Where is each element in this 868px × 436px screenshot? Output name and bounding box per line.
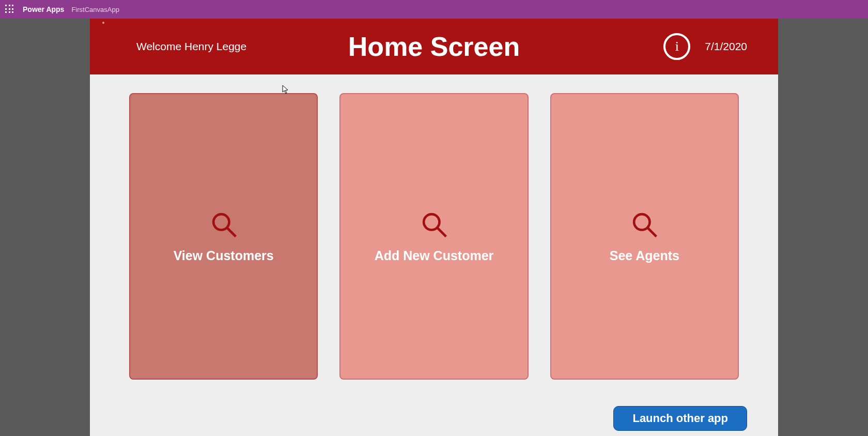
brand-label[interactable]: Power Apps [23, 5, 64, 13]
header-date: 7/1/2020 [705, 40, 747, 53]
svg-line-1 [227, 228, 236, 236]
app-name-label: FirstCanvasApp [71, 6, 119, 13]
launch-other-app-button[interactable]: Launch other app [613, 406, 747, 431]
tile-container: View Customers Add New Customer See Agen… [90, 74, 778, 380]
tile-label: See Agents [610, 248, 679, 263]
svg-point-0 [213, 214, 229, 230]
tile-label: View Customers [174, 248, 274, 263]
canvas-stage: Welcome Henry Legge Home Screen i 7/1/20… [0, 19, 868, 436]
welcome-text: Welcome Henry Legge [136, 40, 246, 53]
tile-view-customers[interactable]: View Customers [129, 93, 318, 380]
svg-line-5 [648, 228, 656, 236]
app-header: Welcome Henry Legge Home Screen i 7/1/20… [90, 19, 778, 74]
search-icon [209, 210, 238, 239]
tile-see-agents[interactable]: See Agents [550, 93, 739, 380]
search-icon [630, 210, 659, 239]
svg-point-2 [424, 214, 439, 230]
top-bar: Power Apps FirstCanvasApp [0, 0, 868, 19]
info-icon[interactable]: i [663, 33, 690, 60]
header-right: i 7/1/2020 [663, 33, 747, 60]
canvas-app: Welcome Henry Legge Home Screen i 7/1/20… [90, 19, 778, 436]
search-icon [420, 210, 448, 239]
svg-point-4 [634, 214, 649, 230]
tile-add-new-customer[interactable]: Add New Customer [339, 93, 528, 380]
app-launcher-icon[interactable] [5, 5, 14, 14]
tile-label: Add New Customer [375, 248, 494, 263]
page-title: Home Screen [348, 31, 520, 62]
svg-line-3 [438, 228, 446, 236]
